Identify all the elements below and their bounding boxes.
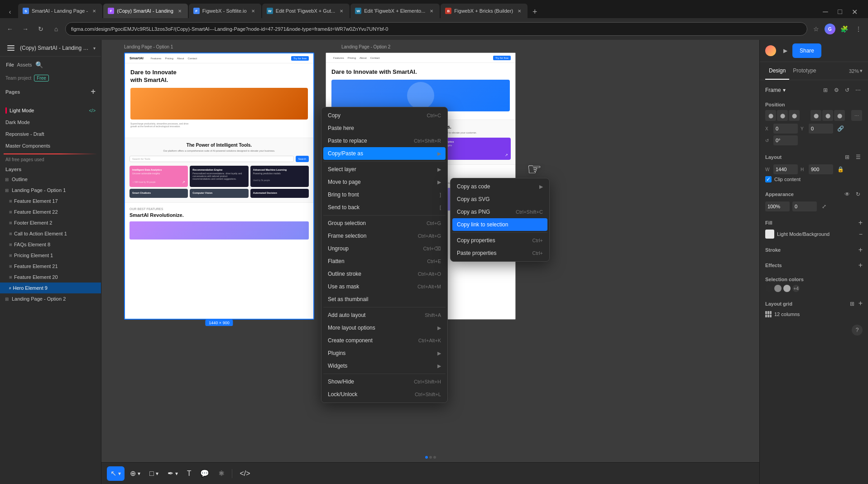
grid-view-btn[interactable]: ⊞ xyxy=(848,299,857,308)
lock-ratio-icon[interactable]: 🔒 xyxy=(836,165,845,174)
ctx-group-selection[interactable]: Group selection Ctrl+G xyxy=(323,217,446,230)
h-input[interactable]: 900 xyxy=(809,164,833,174)
ctx-paste-properties[interactable]: Paste properties Ctrl+ xyxy=(452,247,547,259)
ctx-widgets[interactable]: Widgets ▶ xyxy=(323,359,446,372)
layer-feature22[interactable]: ⊞ Feature Element 22 xyxy=(0,206,101,217)
hamburger-menu[interactable] xyxy=(5,43,16,53)
ctx-copy-as-svg[interactable]: Copy as SVG xyxy=(452,193,547,206)
text-tool-btn[interactable]: T xyxy=(183,466,195,481)
reload-button[interactable]: ↻ xyxy=(34,23,47,35)
page-item-master[interactable]: Master Components xyxy=(4,140,97,152)
fullscreen-icon[interactable]: ⤢ xyxy=(820,202,829,211)
url-bar[interactable]: figma.com/design/PgociEMJVc9R5LL3zos3oF/… xyxy=(65,22,807,36)
y-input[interactable]: 0 xyxy=(809,124,833,134)
ctx-add-auto-layout[interactable]: Add auto layout Shift+A xyxy=(323,309,446,321)
component-tool-btn[interactable]: ⚛ xyxy=(215,466,228,481)
ctx-paste-replace[interactable]: Paste to replace Ctrl+Shift+R xyxy=(323,134,446,147)
tab-edit-figwebx[interactable]: W Edit 'FigwebX + Elemento... ✕ xyxy=(350,4,440,18)
ctx-set-as-thumbnail[interactable]: Set as thumbnail xyxy=(323,293,446,306)
tab-figwebx[interactable]: F FigwebX - Softlite.io ✕ xyxy=(189,4,261,18)
ctx-copy-paste-as[interactable]: Copy/Paste as ▶ Copy as code ▶ Copy as S… xyxy=(323,147,446,160)
tab-close-6[interactable]: ✕ xyxy=(516,7,523,14)
layout-stack-btn[interactable]: ☰ xyxy=(854,153,863,162)
maximize-button[interactable]: □ xyxy=(834,5,846,18)
color-dot-3[interactable] xyxy=(783,285,791,292)
tab-close-4[interactable]: ✕ xyxy=(338,7,345,14)
layer-footer2[interactable]: ⊞ Footer Element 2 xyxy=(0,217,101,228)
move-tool-btn[interactable]: ↖ ▾ xyxy=(107,466,125,481)
tab-design[interactable]: Design xyxy=(765,62,789,80)
tab-close-5[interactable]: ✕ xyxy=(428,7,435,14)
back-button[interactable]: ← xyxy=(4,23,16,35)
close-button[interactable]: ✕ xyxy=(848,5,861,18)
effects-add-btn[interactable]: + xyxy=(858,261,863,269)
pen-tool-btn[interactable]: ✒ ▾ xyxy=(164,466,182,481)
tab-bricks[interactable]: B FigwebX + Bricks (Builder) ✕ xyxy=(441,4,528,18)
ctx-use-as-mask[interactable]: Use as mask Ctrl+Alt+M xyxy=(323,280,446,293)
ctx-bring-to-front[interactable]: Bring to front ] xyxy=(323,188,446,201)
frame-section-name[interactable]: Frame ▾ xyxy=(765,87,786,93)
align-center-v[interactable]: ⬤ xyxy=(822,110,833,121)
canvas[interactable]: Landing Page - Option 1 Landing Page - O… xyxy=(101,40,759,484)
ctx-outline-stroke[interactable]: Outline stroke Ctrl+Alt+O xyxy=(323,268,446,280)
layer-hero9[interactable]: # Hero Element 9 xyxy=(0,283,101,293)
landing-frame-1[interactable]: SmartAI Features Pricing About Contact T… xyxy=(124,53,314,320)
color-dot-2[interactable] xyxy=(774,285,782,292)
minimize-button[interactable]: ─ xyxy=(819,5,832,18)
code-tool-btn[interactable]: </> xyxy=(236,466,254,481)
help-button[interactable]: ? xyxy=(852,325,863,335)
frame-tool-btn[interactable]: ⊕ ▾ xyxy=(126,466,144,481)
page-item-responsive[interactable]: Reponsive - Draft xyxy=(4,128,97,140)
ctx-copy-as-code[interactable]: Copy as code ▶ xyxy=(452,180,547,193)
ctx-move-to-page[interactable]: Move to page ▶ xyxy=(323,176,446,188)
layer-feature17[interactable]: ⊞ Feature Element 17 xyxy=(0,196,101,206)
ctx-ungroup[interactable]: Ungroup Ctrl+⌫ xyxy=(323,242,446,255)
comment-tool-btn[interactable]: 💬 xyxy=(197,466,213,481)
assets-btn[interactable]: Assets xyxy=(18,58,31,71)
ctx-plugins[interactable]: Plugins ▶ xyxy=(323,347,446,359)
tab-close-1[interactable]: ✕ xyxy=(91,7,98,14)
ctx-frame-selection[interactable]: Frame selection Ctrl+Alt+G xyxy=(323,230,446,242)
tab-scroll-left[interactable]: ‹ xyxy=(4,5,16,18)
tab-copy-smartai[interactable]: F (Copy) SmartAI - Landing ✕ xyxy=(103,4,188,18)
layer-landing-option1[interactable]: ⊞ Landing Page - Option 1 xyxy=(0,185,101,196)
frame-more-icon[interactable]: ⋯ xyxy=(854,86,863,95)
visibility-icon[interactable]: 👁 xyxy=(843,190,852,199)
profile-icon[interactable]: G xyxy=(825,24,835,34)
layer-pricing1[interactable]: ⊞ Pricing Element 1 xyxy=(0,250,101,261)
tab-smartai[interactable]: S SmartAI - Landing Page - ✕ xyxy=(18,4,102,18)
layer-faqs8[interactable]: ⊞ FAQs Element 8 xyxy=(0,239,101,250)
layer-landing-option2[interactable]: ⊞ Landing Page - Option 2 xyxy=(0,293,101,304)
layout-grid-btn[interactable]: ⊞ xyxy=(843,153,852,162)
zoom-indicator[interactable]: 32% ▾ xyxy=(849,68,863,74)
play-button[interactable]: ▶ xyxy=(780,45,791,56)
align-left[interactable]: ⬤ xyxy=(765,110,776,121)
layer-feature20[interactable]: ⊞ Feature Element 20 xyxy=(0,272,101,283)
frame-refresh-icon[interactable]: ↺ xyxy=(843,86,852,95)
layer-feature21[interactable]: ⊞ Feature Element 21 xyxy=(0,261,101,272)
layout-grid-add-btn[interactable]: + xyxy=(858,299,863,308)
align-top[interactable]: ⬤ xyxy=(810,110,821,121)
align-bottom[interactable]: ⬤ xyxy=(834,110,845,121)
fill-add-btn[interactable]: + xyxy=(858,219,863,227)
file-menu-btn[interactable]: File xyxy=(4,58,16,71)
ctx-flatten[interactable]: Flatten Ctrl+E xyxy=(323,255,446,268)
ctx-send-to-back[interactable]: Send to back [ xyxy=(323,201,446,214)
layer-cta1[interactable]: ⊞ Call to Action Element 1 xyxy=(0,228,101,239)
ctx-copy[interactable]: Copy Ctrl+C xyxy=(323,109,446,122)
ctx-copy-as-png[interactable]: Copy as PNG Ctrl+Shift+C xyxy=(452,206,547,218)
menu-icon[interactable]: ⋮ xyxy=(853,23,864,35)
ctx-show-hide[interactable]: Show/Hide Ctrl+Shift+H xyxy=(323,375,446,388)
align-center-h[interactable]: ⬤ xyxy=(777,110,788,121)
ctx-copy-link-to-selection[interactable]: Copy link to selection xyxy=(452,218,547,231)
stroke-add-btn[interactable]: + xyxy=(858,246,863,254)
ctx-create-component[interactable]: Create component Ctrl+Alt+K xyxy=(323,334,446,347)
corner-input[interactable]: 0 xyxy=(792,201,817,211)
color-dot-1[interactable] xyxy=(765,285,772,292)
tab-close-3[interactable]: ✕ xyxy=(249,7,257,14)
ctx-select-layer[interactable]: Select layer ▶ xyxy=(323,163,446,176)
distribute-h[interactable]: ⋯ xyxy=(851,110,862,121)
search-btn[interactable]: 🔍 xyxy=(33,58,45,71)
fill-swatch[interactable] xyxy=(765,230,774,239)
frame-settings-icon[interactable]: ⚙ xyxy=(832,86,841,95)
